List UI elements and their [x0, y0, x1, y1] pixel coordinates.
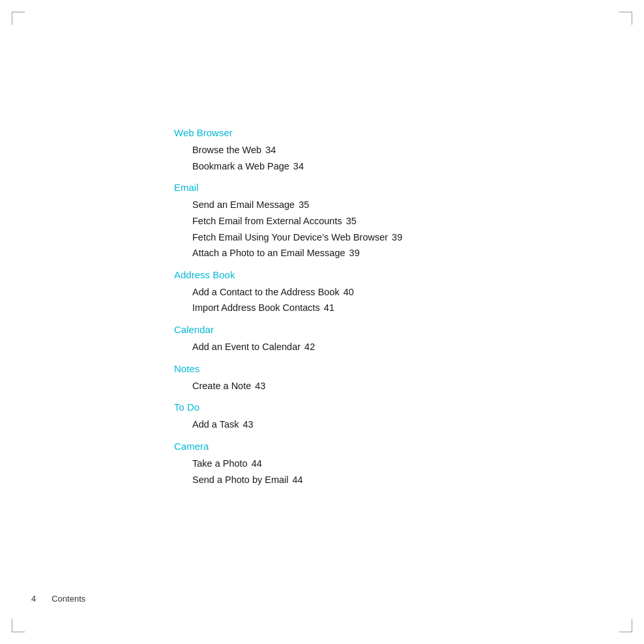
toc-entries-web-browser: Browse the Web 34 Bookmark a Web Page 34: [192, 142, 402, 174]
entry-page: 34: [265, 142, 276, 158]
entry-page: 44: [293, 472, 303, 488]
toc-entry: Browse the Web 34: [192, 142, 402, 158]
entry-title: Send an Email Message: [192, 197, 295, 213]
toc-entries-camera: Take a Photo 44 Send a Photo by Email 44: [192, 456, 402, 488]
section-heading-address-book: Address Book: [174, 269, 402, 280]
section-heading-notes: Notes: [174, 363, 402, 374]
entry-title: Attach a Photo to an Email Message: [192, 245, 345, 261]
toc-entries-address-book: Add a Contact to the Address Book 40 Imp…: [192, 284, 402, 316]
toc-entry: Send a Photo by Email 44: [192, 472, 402, 488]
toc-entry: Attach a Photo to an Email Message 39: [192, 245, 402, 261]
section-web-browser: Web Browser Browse the Web 34 Bookmark a…: [174, 127, 402, 174]
entry-title: Create a Note: [192, 378, 251, 394]
entry-page: 42: [304, 339, 315, 355]
section-heading-to-do: To Do: [174, 402, 402, 413]
entry-title: Bookmark a Web Page: [192, 158, 289, 175]
corner-mark-top-left: [12, 12, 25, 25]
section-email: Email Send an Email Message 35 Fetch Ema…: [174, 182, 402, 261]
toc-entries-email: Send an Email Message 35 Fetch Email fro…: [192, 197, 402, 261]
toc-entry: Add an Event to Calendar 42: [192, 339, 402, 355]
section-address-book: Address Book Add a Contact to the Addres…: [174, 269, 402, 316]
toc-entry: Add a Task 43: [192, 417, 402, 433]
entry-page: 39: [392, 229, 402, 246]
corner-mark-bottom-left: [12, 619, 25, 632]
footer-label: Contents: [51, 594, 85, 604]
toc-entry: Add a Contact to the Address Book 40: [192, 284, 402, 300]
entry-page: 35: [346, 213, 357, 229]
entry-page: 34: [293, 158, 304, 175]
entry-title: Add a Task: [192, 417, 239, 433]
section-heading-email: Email: [174, 182, 402, 193]
section-heading-web-browser: Web Browser: [174, 127, 402, 138]
toc-entry: Take a Photo 44: [192, 456, 402, 472]
footer-page-number: 4: [31, 594, 36, 604]
entry-title: Add a Contact to the Address Book: [192, 284, 340, 300]
entry-title: Browse the Web: [192, 142, 261, 158]
page: Web Browser Browse the Web 34 Bookmark a…: [0, 0, 644, 644]
entry-title: Import Address Book Contacts: [192, 300, 320, 316]
entry-title: Take a Photo: [192, 456, 248, 472]
entry-page: 43: [242, 417, 253, 433]
entry-page: 43: [255, 378, 265, 394]
toc-entry: Create a Note 43: [192, 378, 402, 394]
entry-title: Fetch Email from External Accounts: [192, 213, 342, 229]
entry-title: Add an Event to Calendar: [192, 339, 300, 355]
toc-entry: Import Address Book Contacts 41: [192, 300, 402, 316]
section-calendar: Calendar Add an Event to Calendar 42: [174, 324, 402, 355]
toc-entries-to-do: Add a Task 43: [192, 417, 402, 433]
entry-title: Fetch Email Using Your Device’s Web Brow…: [192, 229, 388, 246]
corner-mark-bottom-right: [619, 619, 632, 632]
section-heading-calendar: Calendar: [174, 324, 402, 335]
section-camera: Camera Take a Photo 44 Send a Photo by E…: [174, 441, 402, 488]
entry-page: 39: [349, 245, 360, 261]
toc-entry: Fetch Email Using Your Device’s Web Brow…: [192, 229, 402, 246]
corner-mark-top-right: [619, 12, 632, 25]
toc-entry: Fetch Email from External Accounts 35: [192, 213, 402, 229]
entry-page: 35: [299, 197, 309, 213]
entry-title: Send a Photo by Email: [192, 472, 289, 488]
entry-page: 44: [252, 456, 262, 472]
section-to-do: To Do Add a Task 43: [174, 402, 402, 433]
entry-page: 40: [344, 284, 354, 300]
footer: 4 Contents: [31, 594, 85, 604]
toc-entry: Send an Email Message 35: [192, 197, 402, 213]
section-notes: Notes Create a Note 43: [174, 363, 402, 394]
section-heading-camera: Camera: [174, 441, 402, 452]
toc-entry: Bookmark a Web Page 34: [192, 158, 402, 175]
toc-container: Web Browser Browse the Web 34 Bookmark a…: [174, 127, 402, 495]
toc-entries-calendar: Add an Event to Calendar 42: [192, 339, 402, 355]
toc-entries-notes: Create a Note 43: [192, 378, 402, 394]
entry-page: 41: [324, 300, 334, 316]
